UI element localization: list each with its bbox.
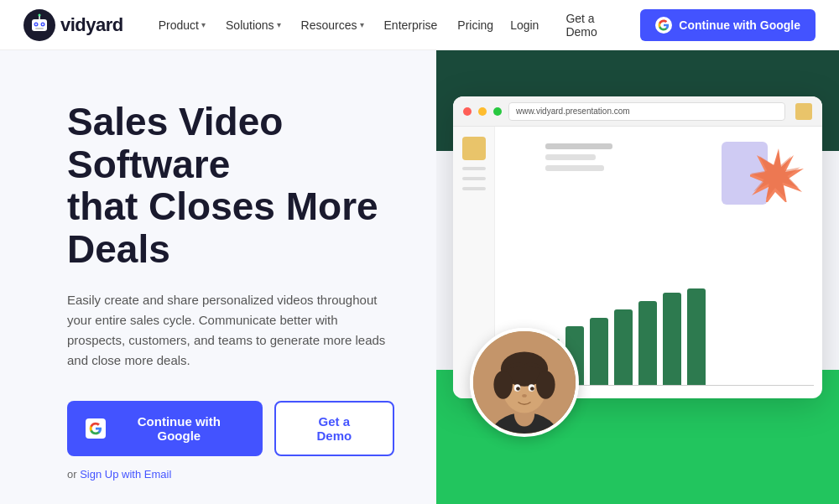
hero-section: Sales Video Software that Closes More De…	[0, 50, 436, 504]
continue-with-google-nav-button[interactable]: Continue with Google	[640, 9, 816, 41]
nav-pricing[interactable]: Pricing	[449, 13, 502, 37]
nav-resources[interactable]: Resources ▾	[293, 13, 373, 37]
deco-line	[545, 143, 612, 149]
bar	[638, 301, 657, 385]
svg-point-22	[522, 394, 527, 397]
svg-point-5	[42, 23, 44, 25]
nav-items: Product ▾ Solutions ▾ Resources ▾ Enterp…	[150, 13, 502, 37]
bar	[614, 309, 633, 385]
nav-solutions[interactable]: Solutions ▾	[217, 13, 289, 37]
svg-point-4	[35, 23, 37, 25]
chart-baseline	[541, 385, 814, 386]
signup-row: or Sign Up with Email	[67, 468, 394, 481]
nav-product[interactable]: Product ▾	[150, 13, 214, 37]
sidebar-icon	[462, 137, 486, 160]
bar	[590, 318, 608, 385]
sidebar-line	[462, 177, 486, 180]
person-illustration	[473, 331, 576, 434]
hero-description: Easily create and share personalized vid…	[67, 290, 386, 371]
login-button[interactable]: Login	[502, 13, 547, 37]
svg-point-17	[536, 371, 555, 399]
continue-with-google-main-button[interactable]: Continue with Google	[67, 401, 263, 456]
browser-dot-red	[463, 107, 472, 116]
deco-lines	[545, 143, 612, 171]
sidebar-line	[462, 167, 486, 170]
browser-dot-green	[493, 107, 502, 116]
google-icon	[86, 418, 106, 439]
main-content: Sales Video Software that Closes More De…	[0, 50, 839, 504]
svg-point-7	[39, 13, 41, 16]
chevron-down-icon: ▾	[360, 20, 364, 29]
svg-rect-8	[35, 28, 44, 29]
nav-enterprise[interactable]: Enterprise	[376, 13, 446, 37]
browser-url-bar: www.vidyard.presentation.com	[508, 102, 785, 121]
cta-buttons: Continue with Google Get a Demo	[67, 401, 394, 456]
svg-point-21	[530, 387, 534, 391]
hero-title: Sales Video Software that Closes More De…	[67, 101, 394, 270]
nav-right: Login Get a Demo Continue with Google	[502, 7, 816, 44]
bar	[663, 293, 681, 385]
chevron-down-icon: ▾	[201, 20, 206, 29]
browser-bar: www.vidyard.presentation.com	[453, 96, 822, 127]
browser-favicon	[795, 103, 812, 120]
logo-text: vidyard	[60, 14, 123, 36]
signup-with-email-link[interactable]: Sign Up with Email	[80, 468, 171, 481]
get-demo-main-button[interactable]: Get a Demo	[274, 401, 394, 456]
chevron-down-icon: ▾	[277, 20, 281, 29]
logo-icon	[23, 9, 55, 41]
deco-line	[545, 154, 596, 160]
svg-point-20	[516, 387, 520, 391]
google-icon	[655, 17, 672, 34]
navbar: vidyard Product ▾ Solutions ▾ Resources …	[0, 0, 839, 50]
deco-line	[545, 165, 604, 171]
get-demo-button[interactable]: Get a Demo	[557, 7, 630, 44]
starburst-icon	[750, 145, 807, 202]
svg-point-16	[493, 371, 513, 399]
person-avatar	[470, 328, 579, 437]
browser-dot-yellow	[478, 107, 487, 116]
hero-illustration: www.vidyard.presentation.com	[436, 50, 839, 504]
logo[interactable]: vidyard	[23, 9, 123, 41]
deco-starburst	[750, 145, 807, 205]
sidebar-line	[462, 187, 486, 190]
bar	[687, 288, 706, 385]
bar-chart	[541, 276, 814, 385]
